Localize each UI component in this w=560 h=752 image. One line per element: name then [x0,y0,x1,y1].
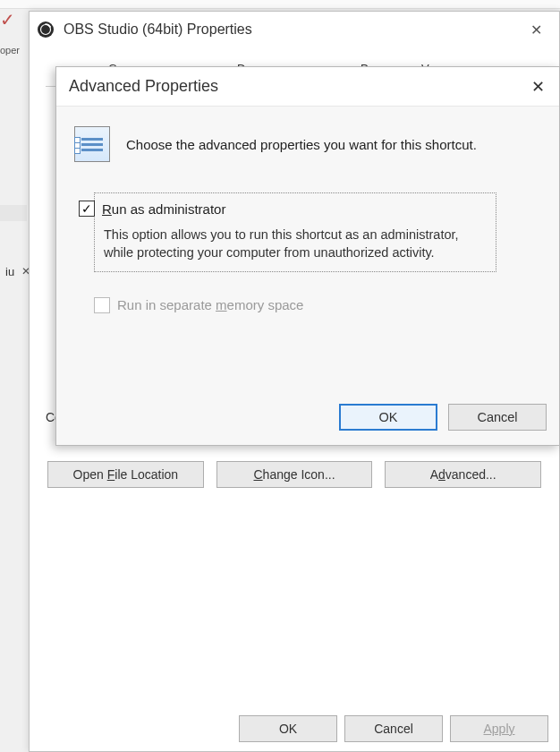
advanced-title: Advanced Properties [69,77,218,96]
bg-gray-block [0,205,27,221]
advanced-properties-dialog: Advanced Properties ✕ Choose the advance… [55,66,560,446]
properties-dialog-buttons: OK Cancel Apply [239,715,548,742]
properties-cancel-button[interactable]: Cancel [344,715,443,742]
properties-apply-button[interactable]: Apply [450,715,548,742]
advanced-cancel-button[interactable]: Cancel [448,404,547,431]
advanced-properties-icon [74,126,110,162]
run-as-admin-description: This option allows you to run this short… [104,226,487,262]
advanced-titlebar[interactable]: Advanced Properties ✕ [56,67,559,107]
advanced-intro-text: Choose the advanced properties you want … [126,137,477,152]
bg-check-icon: ✓ [0,9,27,32]
advanced-dialog-buttons: OK Cancel [339,404,547,431]
run-as-admin-group: ✓ Run as administrator This option allow… [94,192,496,272]
file-buttons-row: Open File Location Change Icon... Advanc… [46,461,543,488]
change-icon-button[interactable]: Change Icon... [216,461,373,488]
properties-ok-button[interactable]: OK [239,715,337,742]
run-separate-memory-checkbox [94,297,110,313]
advanced-body: Choose the advanced properties you want … [56,107,559,333]
bg-menu-strip: iu ✕ [0,130,31,157]
advanced-intro: Choose the advanced properties you want … [74,126,541,162]
bg-context-label: oper [0,45,20,56]
properties-titlebar[interactable]: OBS Studio (64bit) Properties ✕ [30,12,559,47]
advanced-close-button[interactable]: ✕ [516,67,559,107]
run-as-admin-checkbox[interactable]: ✓ [79,201,95,217]
open-file-location-button[interactable]: Open File Location [47,461,204,488]
obs-app-icon [37,21,55,38]
advanced-ok-button[interactable]: OK [339,404,437,431]
bg-menu-letters: iu [5,265,14,278]
run-as-admin-label[interactable]: Run as administrator [102,201,225,217]
bg-ribbon [0,0,560,9]
checkmark-icon: ✓ [81,202,92,215]
run-separate-memory-label: Run in separate memory space [117,297,303,312]
advanced-button[interactable]: Advanced... [385,461,541,488]
properties-close-button[interactable]: ✕ [518,17,554,42]
properties-title: OBS Studio (64bit) Properties [64,21,252,38]
